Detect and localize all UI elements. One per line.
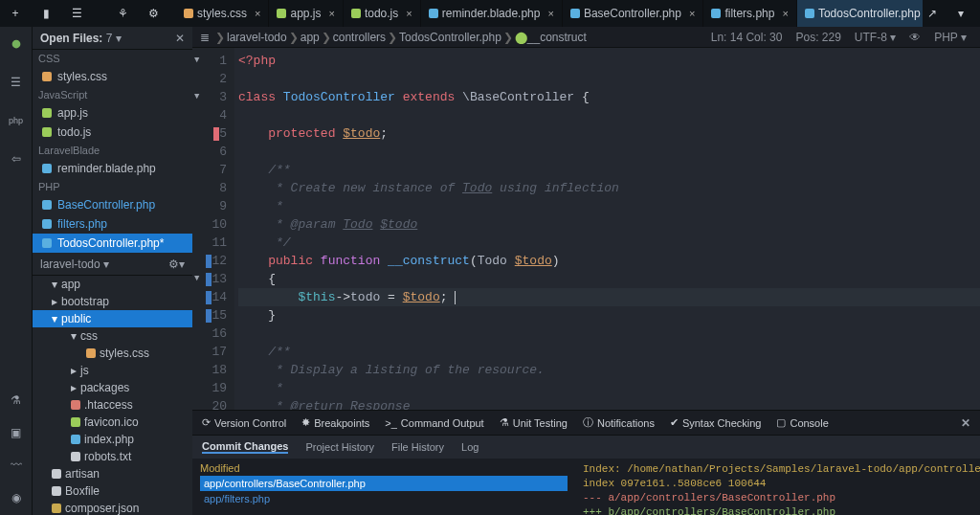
add-icon[interactable]: + [6, 4, 25, 23]
close-icon[interactable]: × [255, 8, 260, 19]
close-icon[interactable]: × [689, 8, 695, 19]
top-bar: + ▮ ☰ ⚘ ⚙ styles.css×app.js×todo.js×remi… [0, 0, 980, 27]
open-file-BaseController.php[interactable]: BaseController.php [33, 195, 192, 214]
img-icon[interactable]: ▣ [7, 423, 26, 442]
close-icon[interactable]: × [406, 8, 412, 19]
btab-Command Output[interactable]: >_Command Output [385, 417, 483, 429]
btab-Breakpoints[interactable]: ✸Breakpoints [301, 416, 369, 429]
status-lang[interactable]: PHP ▾ [934, 31, 967, 44]
file-icon[interactable]: ▮ [36, 4, 56, 23]
group-JavaScript: JavaScript [33, 86, 192, 103]
open-files-header[interactable]: Open Files: 7 ▾ ✕ [33, 27, 192, 50]
open-file-app.js[interactable]: app.js [33, 103, 192, 123]
open-files-title: Open Files: [40, 32, 102, 45]
breadcrumb-home-icon[interactable]: ≣ [200, 31, 210, 44]
chart-icon[interactable]: 〰 [7, 456, 26, 475]
status-pos: Pos: 229 [795, 31, 840, 44]
tree-composer.json[interactable]: composer.json [33, 500, 192, 515]
breadcrumb-bar: ≣ ❯ laravel-todo ❯ app ❯ controllers ❯ T… [192, 27, 980, 48]
open-file-todo.js[interactable]: todo.js [33, 123, 192, 142]
rec-icon[interactable]: ◉ [7, 488, 26, 507]
tree-Boxfile[interactable]: Boxfile [33, 482, 192, 500]
close-icon[interactable]: × [782, 8, 788, 19]
bottom-subtabs: Commit ChangesProject HistoryFile Histor… [192, 436, 980, 459]
beaker-icon[interactable]: ⚗ [7, 391, 26, 410]
open-file-TodosController.php*[interactable]: TodosController.php* [33, 234, 192, 253]
tree-.htaccess[interactable]: .htaccess [33, 396, 192, 414]
tab-todo.js[interactable]: todo.js× [344, 0, 421, 27]
tree-packages[interactable]: ▸ packages [33, 379, 192, 396]
btab-Version Control[interactable]: ⟳Version Control [202, 416, 286, 429]
people-icon[interactable]: ⚘ [113, 4, 132, 23]
mod-app/filters.php[interactable]: app/filters.php [200, 491, 568, 506]
tree-js[interactable]: ▸ js [33, 362, 192, 379]
open-file-styles.css[interactable]: styles.css [33, 67, 192, 86]
activity-share-icon[interactable]: ⇦ [7, 149, 26, 168]
tree-public[interactable]: ▾ public [33, 310, 192, 327]
diff-view: Index: /home/nathan/Projects/Samples/lar… [575, 459, 980, 515]
tab-app.js[interactable]: app.js× [269, 0, 343, 27]
bsub-Log[interactable]: Log [461, 441, 479, 453]
close-all-icon[interactable]: ✕ [175, 32, 185, 45]
database-icon[interactable]: ☰ [67, 4, 86, 23]
changes-list: Modified app/controllers/BaseController.… [192, 459, 575, 515]
activity-b-icon[interactable]: ☰ [7, 73, 26, 92]
modified-label: Modified [200, 462, 568, 474]
mod-app/controllers/BaseController.php[interactable]: app/controllers/BaseController.php [200, 476, 568, 491]
project-name: laravel-todo [40, 258, 100, 271]
tree-styles.css[interactable]: styles.css [33, 345, 192, 362]
editor-tabs: styles.css×app.js×todo.js×reminder.blade… [176, 0, 923, 27]
activity-a-icon[interactable] [7, 34, 26, 54]
bsub-Project History[interactable]: Project History [305, 441, 374, 453]
menu-icon[interactable]: ▾ [951, 4, 970, 23]
svg-point-0 [11, 40, 20, 49]
sidebar: Open Files: 7 ▾ ✕ CSSstyles.cssJavaScrip… [33, 27, 192, 515]
project-gear-icon[interactable]: ⚙▾ [168, 258, 185, 271]
btab-Console[interactable]: ▢Console [776, 416, 828, 429]
open-file-reminder.blade.php[interactable]: reminder.blade.php [33, 159, 192, 178]
open-files-count: 7 [106, 32, 113, 45]
bottom-tabs: ⟳Version Control✸Breakpoints>_Command Ou… [192, 411, 980, 436]
top-left-icons: + ▮ ☰ ⚘ ⚙ [6, 4, 163, 23]
tab-filters.php[interactable]: filters.php× [703, 0, 796, 27]
group-LaravelBlade: LaravelBlade [33, 142, 192, 159]
tree-robots.txt[interactable]: robots.txt [33, 448, 192, 465]
close-icon[interactable]: × [547, 8, 553, 19]
breadcrumb[interactable]: ❯ laravel-todo ❯ app ❯ controllers ❯ Tod… [213, 31, 587, 44]
tree-artisan[interactable]: artisan [33, 465, 192, 482]
diff-line: index 097e161..5808ce6 100644 [583, 477, 972, 491]
status-ln: Ln: 14 Col: 30 [711, 31, 783, 44]
diff-line: --- a/app/controllers/BaseController.php [583, 491, 972, 505]
close-icon[interactable]: × [328, 8, 334, 19]
tab-BaseController.php[interactable]: BaseController.php× [563, 0, 704, 27]
tree-app[interactable]: ▾ app [33, 276, 192, 293]
activity-bar: ☰ php ⇦ ⚗ ▣ 〰 ◉ [0, 27, 33, 515]
bottom-body: Modified app/controllers/BaseController.… [192, 459, 980, 515]
tree-index.php[interactable]: index.php [33, 431, 192, 448]
main-area: ≣ ❯ laravel-todo ❯ app ❯ controllers ❯ T… [192, 27, 980, 515]
btab-Syntax Checking[interactable]: ✔Syntax Checking [670, 416, 762, 429]
group-PHP: PHP [33, 178, 192, 195]
project-header[interactable]: laravel-todo ▾ ⚙▾ [33, 253, 192, 276]
tab-reminder.blade.php[interactable]: reminder.blade.php× [421, 0, 563, 27]
activity-php-icon[interactable]: php [7, 111, 26, 130]
code-editor[interactable]: ▼12▼3456789101112▼13141516171819202122 <… [192, 48, 980, 410]
tab-styles.css[interactable]: styles.css× [176, 0, 269, 27]
tree-favicon.ico[interactable]: favicon.ico [33, 414, 192, 431]
close-panel-icon[interactable]: ✕ [961, 416, 970, 430]
tree-bootstrap[interactable]: ▸ bootstrap [33, 293, 192, 310]
tab-TodosController.php *[interactable]: TodosController.php *× [797, 0, 923, 27]
btab-Notifications[interactable]: ⓘNotifications [583, 415, 655, 430]
status-enc[interactable]: UTF-8 ▾ [855, 31, 896, 44]
eye-icon[interactable]: 👁 [909, 31, 921, 44]
open-file-filters.php[interactable]: filters.php [33, 214, 192, 234]
settings-icon[interactable]: ⚙ [144, 4, 163, 23]
top-right-icons: ↗ ▾ [923, 4, 974, 23]
diff-line: Index: /home/nathan/Projects/Samples/lar… [583, 462, 972, 477]
bsub-File History[interactable]: File History [391, 441, 444, 453]
layout-icon[interactable]: ↗ [923, 4, 942, 23]
bsub-Commit Changes[interactable]: Commit Changes [202, 440, 288, 454]
file-tree: ▾ app▸ bootstrap▾ public▾ css styles.css… [33, 276, 192, 515]
btab-Unit Testing[interactable]: ⚗Unit Testing [500, 416, 568, 429]
tree-css[interactable]: ▾ css [33, 327, 192, 345]
